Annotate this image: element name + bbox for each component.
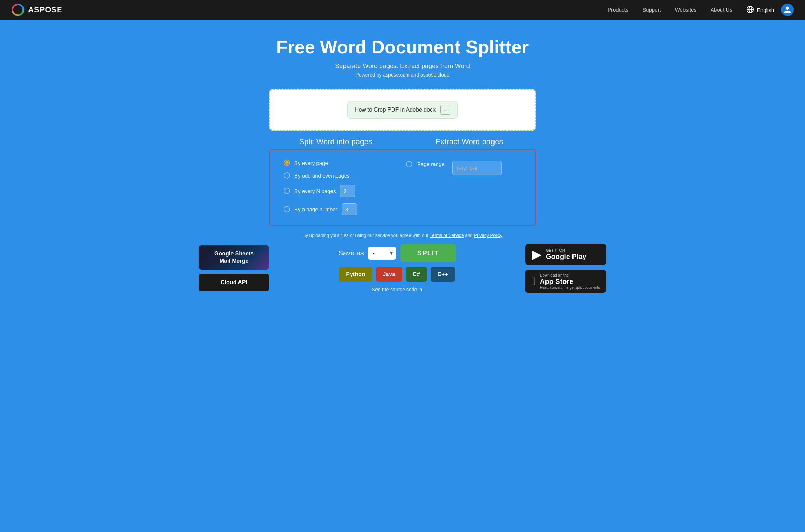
google-sheets-line1: Google Sheets — [214, 251, 254, 257]
privacy-link[interactable]: Privacy Policy — [474, 233, 502, 238]
google-play-line1: GET IT ON — [546, 248, 587, 252]
radio-page-range-circle[interactable] — [406, 161, 412, 167]
google-play-line2: Google Play — [546, 252, 587, 261]
save-as-select[interactable]: - — [368, 247, 396, 260]
source-code-text: See the source code in — [372, 287, 422, 292]
page-title: Free Word Document Splitter — [7, 36, 798, 58]
radio-odd-even-label: By odd and even pages — [294, 173, 350, 179]
nav-support[interactable]: Support — [642, 7, 661, 13]
aspose-com-link[interactable]: aspose.com — [383, 72, 409, 78]
tos-line: By uploading your files or using our ser… — [199, 233, 606, 238]
footer-area: By uploading your files or using our ser… — [192, 233, 613, 293]
options-left: By every page By odd and even pages By e… — [284, 160, 399, 215]
radio-page-number[interactable]: By a page number — [284, 203, 399, 215]
every-n-input[interactable] — [340, 185, 355, 197]
language-selector[interactable]: English — [746, 6, 774, 14]
section-titles: Split Word into pages Extract Word pages — [269, 131, 536, 146]
radio-every-n-circle[interactable] — [284, 188, 290, 194]
app-store-button[interactable]:  Download on the App Store Read, conver… — [525, 270, 606, 293]
radio-every-page[interactable]: By every page — [284, 160, 399, 166]
nav-products[interactable]: Products — [608, 7, 628, 13]
google-play-button[interactable]: ▶ GET IT ON Google Play — [525, 244, 606, 265]
hero-powered: Powered by aspose.com and aspose.cloud — [7, 72, 798, 78]
split-button[interactable]: SPLIT — [400, 244, 456, 262]
apple-icon:  — [531, 275, 536, 288]
app-store-line2: App Store — [540, 277, 600, 286]
radio-every-page-label: By every page — [294, 160, 328, 166]
google-sheets-button[interactable]: Google Sheets Mail Merge — [199, 245, 269, 270]
save-as-select-wrapper: - — [368, 247, 396, 260]
nav-websites[interactable]: Websites — [675, 7, 696, 13]
navbar: ASPOSE Products Support Websites About U… — [0, 0, 805, 20]
options-right: Page range — [406, 160, 521, 215]
app-store-line1: Download on the — [540, 273, 600, 277]
radio-every-page-circle[interactable] — [284, 160, 290, 166]
nav-about[interactable]: About Us — [711, 7, 732, 13]
page-number-input[interactable] — [342, 203, 357, 215]
center-controls: Save as - SPLIT Python Java C# C++ See t… — [339, 244, 456, 292]
page-range-input[interactable] — [452, 161, 502, 175]
google-sheets-line2: Mail Merge — [220, 258, 249, 264]
radio-odd-even[interactable]: By odd and even pages — [284, 172, 399, 179]
user-avatar[interactable] — [781, 4, 794, 16]
upload-zone[interactable]: How to Crop PDF in Adobe.docx – — [269, 89, 536, 131]
csharp-button[interactable]: C# — [406, 267, 427, 282]
split-section-title: Split Word into pages — [269, 137, 402, 146]
save-as-row: Save as - SPLIT — [339, 244, 456, 262]
cpp-button[interactable]: C++ — [431, 267, 455, 282]
page-range-label: Page range — [417, 161, 445, 167]
cloud-api-button[interactable]: Cloud API — [199, 274, 269, 291]
logo[interactable]: ASPOSE — [11, 3, 63, 16]
left-buttons: Google Sheets Mail Merge Cloud API — [199, 245, 269, 292]
hero-subtitle: Separate Word pages. Extract pages from … — [7, 62, 798, 70]
radio-every-n-label: By every N pages — [294, 188, 336, 194]
logo-icon — [11, 3, 25, 16]
java-button[interactable]: Java — [376, 267, 402, 282]
radio-page-number-circle[interactable] — [284, 206, 290, 212]
app-store-text: Download on the App Store Read, convert,… — [540, 273, 600, 290]
radio-odd-even-circle[interactable] — [284, 172, 290, 179]
google-play-text: GET IT ON Google Play — [546, 248, 587, 261]
radio-every-n[interactable]: By every N pages — [284, 185, 399, 197]
file-remove-button[interactable]: – — [440, 105, 450, 115]
lang-buttons-row: Python Java C# C++ — [339, 267, 455, 282]
file-name: How to Crop PDF in Adobe.docx — [355, 107, 436, 113]
google-play-icon: ▶ — [532, 247, 542, 262]
save-as-label: Save as — [339, 249, 364, 257]
extract-section-title: Extract Word pages — [402, 137, 536, 146]
radio-page-number-label: By a page number — [294, 206, 338, 212]
python-button[interactable]: Python — [339, 267, 372, 282]
right-buttons: ▶ GET IT ON Google Play  Download on th… — [525, 244, 606, 293]
app-store-sub: Read, convert, merge, split documents — [540, 286, 600, 290]
bottom-row: Google Sheets Mail Merge Cloud API Save … — [199, 244, 606, 293]
tos-link[interactable]: Terms of Service — [430, 233, 464, 238]
logo-text: ASPOSE — [28, 5, 63, 14]
globe-icon — [746, 6, 754, 14]
options-box: By every page By odd and even pages By e… — [269, 149, 536, 226]
file-chip: How to Crop PDF in Adobe.docx – — [347, 101, 458, 119]
nav-links: Products Support Websites About Us — [608, 7, 732, 13]
language-label: English — [757, 7, 774, 13]
aspose-cloud-link[interactable]: aspose.cloud — [420, 72, 450, 78]
hero-section: Free Word Document Splitter Separate Wor… — [0, 20, 805, 226]
